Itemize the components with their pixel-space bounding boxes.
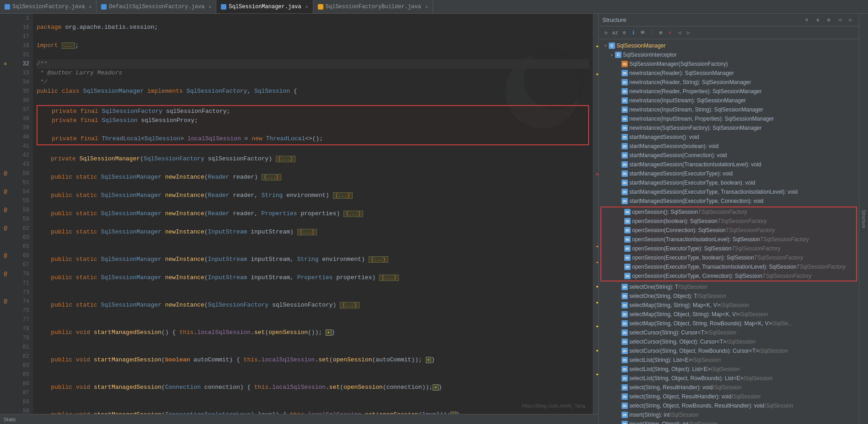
tree-item-m3[interactable]: m newInstance(Reader, Properties): SqlSe… — [599, 87, 859, 96]
tree-item-m6[interactable]: m newInstance(InputStream, Properties): … — [599, 114, 859, 123]
tree-item-m19[interactable]: m openSession(TransactionIsolationLevel)… — [601, 235, 856, 244]
vertical-sidebar[interactable]: Structure — [859, 14, 868, 424]
tree-arrow-root[interactable] — [602, 42, 609, 49]
tree-item-m30[interactable]: m selectCursor(String, Object): Cursor<T… — [599, 337, 859, 346]
toolbar-sort-btn[interactable]: ≡ — [802, 16, 811, 25]
code-content[interactable]: package org.apache.ibatis.session; impor… — [33, 14, 593, 414]
structure-body[interactable]: C SqlSessionManager C SqlSessionIntercep… — [599, 39, 859, 424]
tree-item-m27[interactable]: m selectMap(String, Object, String): Map… — [599, 310, 859, 319]
tab-label-builder: SqlSessionFactoryBuilder.java — [326, 4, 421, 10]
tree-item-m16[interactable]: m openSession(): SqlSession TSqlSessionF… — [601, 207, 856, 217]
tree-label-m31: selectCursor(String, Object, RowBounds):… — [629, 348, 759, 354]
tree-label-m19: openSession(TransactionIsolationLevel): … — [632, 236, 760, 243]
tree-item-m34[interactable]: m selectList(String, Object, RowBounds):… — [599, 374, 859, 383]
tree-label-m30-gray: ISqlSession — [726, 339, 755, 345]
gutter-cell-65 — [0, 242, 11, 251]
tree-item-m35[interactable]: m select(String, ResultHandler): void IS… — [599, 383, 859, 392]
tree-item-m17[interactable]: m openSession(boolean): SqlSession TSqlS… — [601, 217, 856, 226]
tree-label-m23: openSession(ExecutorType, Connection): S… — [632, 273, 762, 279]
tree-item-m11[interactable]: m startManagedSession(TransactionIsolati… — [599, 160, 859, 169]
tree-item-root[interactable]: C SqlSessionManager — [599, 41, 859, 50]
code-line-37: private final SqlSessionFactory sqlSessi… — [38, 107, 588, 116]
filter-expand-all-icon[interactable]: ⊞ — [657, 29, 664, 37]
tab-builder[interactable]: SqlSessionFactoryBuilder.java ✕ — [313, 0, 433, 13]
code-line-51 — [37, 182, 589, 191]
close-tab-sqlfactory[interactable]: ✕ — [89, 4, 91, 10]
tree-item-m13[interactable]: m startManagedSession(ExecutorType, bool… — [599, 178, 859, 187]
close-tab-defaultfactory[interactable]: ✕ — [209, 4, 211, 10]
tab-manager[interactable]: SqlSessionManager.java ✕ — [216, 0, 313, 13]
tree-item-m28[interactable]: m selectMap(String, Object, String, RowB… — [599, 319, 859, 328]
gutter-cell-89 — [0, 398, 11, 407]
ln-74: 74 — [15, 297, 29, 306]
tree-item-interceptor[interactable]: C SqlSessionInterceptor — [599, 50, 859, 59]
tree-item-m25[interactable]: m selectOne(String, Object): T ISqlSessi… — [599, 292, 859, 301]
method-icon-m8: m — [622, 134, 628, 140]
tree-item-m5[interactable]: m newInstance(InputStream, String): SqlS… — [599, 105, 859, 114]
filter-visibility-icon[interactable]: 👁 — [639, 29, 646, 37]
filter-arrow-right-icon[interactable]: ▷ — [685, 29, 692, 37]
method-icon-m25: m — [622, 293, 628, 299]
tree-item-m36[interactable]: m select(String, Object, ResultHandler):… — [599, 392, 859, 401]
tab-sqlfactory[interactable]: SqlSessionFactory.java ✕ — [0, 0, 96, 13]
tree-label-m34-gray: ISqlSession — [743, 375, 772, 382]
method-icon-m3: m — [622, 88, 628, 95]
toolbar-settings-btn[interactable]: ⚙ — [824, 16, 833, 25]
tree-item-m8[interactable]: m startManagedSession(): void — [599, 132, 859, 142]
close-tab-manager[interactable]: ✕ — [305, 4, 308, 10]
tree-item-m31[interactable]: m selectCursor(String, Object, RowBounds… — [599, 346, 859, 355]
tree-item-m2[interactable]: m newInstance(Reader, String): SqlSessio… — [599, 78, 859, 87]
gutter-cell-90 — [0, 407, 11, 414]
filter-refresh-icon[interactable]: ↻ — [602, 29, 610, 37]
method-icon-m5: m — [622, 106, 628, 113]
tree-label-m19-gray: TSqlSessionFactory — [760, 236, 809, 243]
tree-label-m25-gray: ISqlSession — [697, 293, 726, 299]
tree-arrow-interceptor[interactable] — [609, 52, 615, 58]
tree-label-m22: openSession(ExecutorType, TransactionIso… — [632, 264, 797, 270]
filter-x-icon[interactable]: ✕ — [666, 29, 674, 37]
gutter-cell-74: @ — [0, 297, 11, 306]
gutter-cell-63 — [0, 233, 11, 242]
tree-item-m18[interactable]: m openSession(Connection): SqlSession TS… — [601, 226, 856, 235]
close-tab-builder[interactable]: ✕ — [425, 4, 428, 10]
filter-arrow-left-icon[interactable]: ◁ — [675, 29, 683, 37]
tree-item-m12[interactable]: m startManagedSession(ExecutorType): voi… — [599, 169, 859, 178]
tree-item-m4[interactable]: m newInstance(InputStream): SqlSessionMa… — [599, 96, 859, 105]
ln-38: 38 — [15, 114, 29, 123]
tree-label-m3: newInstance(Reader, Properties): SqlSess… — [629, 88, 762, 95]
code-line-65 — [37, 246, 589, 255]
filter-settings-small-icon[interactable]: ⚙ — [621, 29, 628, 37]
filter-info-icon[interactable]: ℹ — [630, 29, 637, 37]
tree-item-m32[interactable]: m selectList(String): List<E> ISqlSessio… — [599, 355, 859, 365]
tree-item-m26[interactable]: m selectMap(String, String): Map<K, V> I… — [599, 301, 859, 310]
tree-item-constructor[interactable]: m SqlSessionManager(SqlSessionFactory) — [599, 59, 859, 69]
tree-item-m10[interactable]: m startManagedSession(Connection): void — [599, 151, 859, 160]
tab-defaultfactory[interactable]: DefaultSqlSessionFactory.java ✕ — [96, 0, 216, 13]
tree-item-m7[interactable]: m newInstance(SqlSessionFactory): SqlSes… — [599, 123, 859, 132]
tree-label-m34: selectList(String, Object, RowBounds): L… — [629, 375, 743, 382]
tree-item-m20[interactable]: m openSession(ExecutorType): SqlSession … — [601, 244, 856, 253]
tree-item-m21[interactable]: m openSession(ExecutorType, boolean): Sq… — [601, 253, 856, 262]
tree-item-m1[interactable]: m newInstance(Reader): SqlSessionManager — [599, 69, 859, 78]
tree-item-m39[interactable]: m insert(String, Object): int ISqlSessio… — [599, 419, 859, 424]
tree-item-m33[interactable]: m selectList(String, Object): List<E> IS… — [599, 365, 859, 374]
toolbar-pin-right-btn[interactable]: ▷ — [846, 16, 855, 25]
ln-73: 73 — [15, 288, 29, 297]
gutter-cell-70: @ — [0, 270, 11, 279]
code-line-63 — [37, 237, 589, 246]
tree-item-m14[interactable]: m startManagedSession(ExecutorType, Tran… — [599, 187, 859, 196]
filter-hierarchy-icon[interactable]: ⋮ — [648, 29, 655, 37]
tree-item-m23[interactable]: m openSession(ExecutorType, Connection):… — [601, 271, 856, 281]
toolbar-pin-left-btn[interactable]: ◁ — [835, 16, 844, 25]
tree-label-m5: newInstance(InputStream, String): SqlSes… — [629, 106, 763, 113]
tree-item-m37[interactable]: m select(String, Object, RowBounds, Resu… — [599, 401, 859, 410]
filter-sort-alpha-icon[interactable]: az — [611, 29, 619, 37]
tree-item-m29[interactable]: m selectCursor(String): Cursor<T> ISqlSe… — [599, 328, 859, 337]
toolbar-expand-btn[interactable]: ⇅ — [813, 16, 822, 25]
tree-item-m24[interactable]: m selectOne(String): T ISqlSession — [599, 282, 859, 292]
tree-item-m38[interactable]: m insert(String): int ISqlSession — [599, 410, 859, 419]
tree-item-m15[interactable]: m startManagedSession(ExecutorType, Conn… — [599, 196, 859, 206]
tree-item-m9[interactable]: m startManagedSession(boolean): void — [599, 142, 859, 151]
tree-item-m22[interactable]: m openSession(ExecutorType, TransactionI… — [601, 262, 856, 271]
method-icon-m11: m — [622, 161, 628, 168]
